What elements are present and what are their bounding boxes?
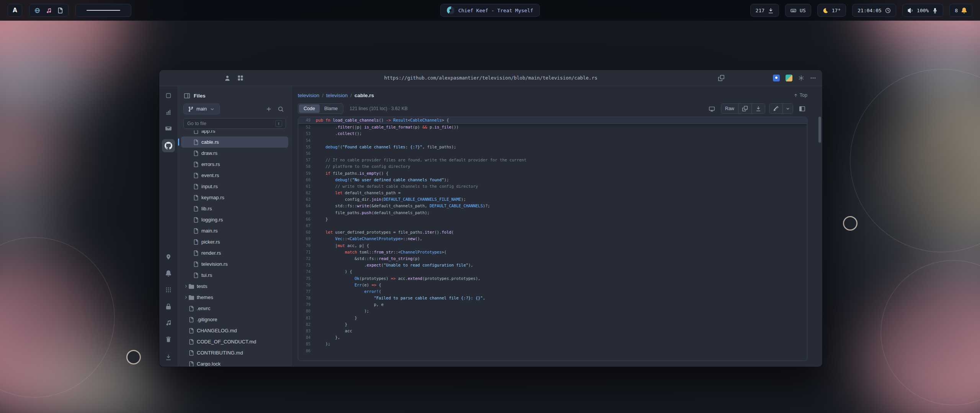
line-number[interactable]: 86 (298, 348, 316, 354)
line-number[interactable]: 63 (298, 196, 316, 203)
open-display-button[interactable] (707, 104, 717, 114)
tree-file-app.rs[interactable]: app.rs (181, 130, 288, 137)
tree-file-event.rs[interactable]: event.rs (181, 170, 288, 181)
line-number[interactable]: 68 (298, 229, 316, 236)
line-number[interactable]: 79 (298, 301, 316, 308)
line-number[interactable]: 52 (298, 124, 316, 130)
tree-folder-themes[interactable]: themes (181, 292, 288, 303)
tab-music[interactable] (163, 317, 174, 328)
media-widget[interactable]: Chief Keef - Treat Myself (440, 4, 540, 17)
tree-file-main.rs[interactable]: main.rs (181, 225, 288, 236)
workspace-browser-icon[interactable] (34, 8, 40, 13)
tree-file-picker.rs[interactable]: picker.rs (181, 236, 288, 247)
line-number[interactable]: 83 (298, 328, 316, 334)
tab-notifications[interactable] (163, 268, 174, 279)
tab-blame[interactable]: Blame (320, 104, 342, 113)
tree-file-draw.rs[interactable]: draw.rs (181, 148, 288, 159)
workspace-files-icon[interactable] (57, 8, 63, 13)
line-number[interactable]: 62 (298, 190, 316, 196)
page-scrollbar[interactable] (817, 86, 822, 366)
tree-file-Cargo.lock[interactable]: Cargo.lock (181, 358, 288, 366)
audio-widget[interactable]: 100% (902, 4, 943, 17)
extension-teal-icon[interactable] (786, 75, 792, 81)
tree-file-television.rs[interactable]: television.rs (181, 259, 288, 270)
line-number[interactable]: 71 (298, 249, 316, 255)
raw-button[interactable]: Raw (721, 104, 738, 114)
tab-apps[interactable] (163, 284, 174, 296)
line-number[interactable]: 53 (298, 130, 316, 137)
line-number[interactable]: 66 (298, 216, 316, 223)
breadcrumb-dir[interactable]: television (326, 93, 348, 98)
line-number[interactable]: 55 (298, 144, 316, 150)
tab-mail[interactable] (163, 123, 174, 134)
line-number[interactable]: 60 (298, 177, 316, 183)
tree-file-lib.rs[interactable]: lib.rs (181, 203, 288, 214)
line-number[interactable]: 57 (298, 157, 316, 163)
edit-dropdown-button[interactable] (782, 104, 793, 114)
breadcrumb-repo[interactable]: television (298, 93, 319, 98)
tab-box[interactable] (163, 90, 174, 101)
line-number[interactable]: 54 (298, 137, 316, 144)
tree-file-cable.rs[interactable]: cable.rs (181, 137, 288, 148)
collapse-tree-icon[interactable] (184, 93, 190, 99)
network-widget[interactable]: 217 (750, 4, 779, 17)
symbols-panel-button[interactable] (797, 104, 807, 114)
copy-tab-icon[interactable] (718, 75, 724, 81)
tree-file-input.rs[interactable]: input.rs (181, 181, 288, 192)
line-number[interactable]: 76 (298, 282, 316, 288)
line-number[interactable]: 65 (298, 210, 316, 216)
tree-file-errors.rs[interactable]: errors.rs (181, 159, 288, 170)
weather-widget[interactable]: 17° (817, 4, 846, 17)
keyboard-layout-widget[interactable]: US (785, 4, 811, 17)
line-number[interactable]: 85 (298, 341, 316, 347)
line-number[interactable]: 82 (298, 321, 316, 328)
line-number[interactable]: 80 (298, 308, 316, 314)
tree-file-CHANGELOG.md[interactable]: CHANGELOG.md (181, 325, 288, 336)
tab-location[interactable] (163, 251, 174, 263)
line-number[interactable]: 74 (298, 268, 316, 275)
tree-file-CONTRIBUTING.md[interactable]: CONTRIBUTING.md (181, 347, 288, 358)
tab-activity[interactable] (163, 106, 174, 118)
line-number[interactable]: 84 (298, 334, 316, 341)
workspace-widget[interactable] (29, 4, 69, 17)
downloads-button[interactable] (165, 354, 172, 362)
snowflake-icon[interactable] (798, 75, 804, 81)
more-menu-icon[interactable] (810, 75, 816, 81)
line-number[interactable]: 61 (298, 183, 316, 190)
line-number[interactable]: 73 (298, 262, 316, 268)
line-number[interactable]: 70 (298, 242, 316, 249)
tree-file-.gitignore[interactable]: .gitignore (181, 314, 288, 325)
tab-trash[interactable] (163, 333, 174, 345)
line-number[interactable]: 72 (298, 255, 316, 262)
tab-code[interactable]: Code (299, 104, 320, 113)
back-to-top-link[interactable]: Top (794, 93, 807, 98)
scrollbar-thumb[interactable] (818, 117, 821, 143)
apps-icon[interactable] (237, 75, 243, 81)
tree-file-render.rs[interactable]: render.rs (181, 247, 288, 259)
extension-blue-icon[interactable] (773, 75, 780, 81)
tree-file-tui.rs[interactable]: tui.rs (181, 270, 288, 281)
tree-file-CODE_OF_CONDUCT.md[interactable]: CODE_OF_CONDUCT.md (181, 336, 288, 347)
copy-raw-button[interactable] (738, 104, 751, 114)
launcher-button[interactable]: A (8, 4, 22, 17)
tree-file-keymap.rs[interactable]: keymap.rs (181, 192, 288, 203)
tree-file-logging.rs[interactable]: logging.rs (181, 214, 288, 225)
line-number[interactable]: 81 (298, 315, 316, 321)
line-number[interactable]: 64 (298, 203, 316, 209)
profile-icon[interactable] (224, 75, 230, 81)
download-raw-button[interactable] (751, 104, 765, 114)
tree-file-.envrc[interactable]: .envrc (181, 303, 288, 314)
line-number[interactable]: 67 (298, 223, 316, 229)
line-number[interactable]: 77 (298, 288, 316, 295)
line-number[interactable]: 49 (298, 117, 316, 124)
clock-widget[interactable]: 21:04:05 (852, 4, 896, 17)
tree-folder-tests[interactable]: tests (181, 281, 288, 292)
tab-github[interactable] (162, 139, 175, 152)
line-number[interactable]: 78 (298, 295, 316, 301)
line-number[interactable]: 56 (298, 150, 316, 157)
line-number[interactable]: 59 (298, 170, 316, 177)
workspace-music-icon[interactable] (46, 8, 52, 13)
branch-selector[interactable]: main (183, 104, 220, 114)
goto-file-input[interactable]: Go to file t (183, 118, 286, 129)
notifications-widget[interactable]: 8 (949, 4, 972, 17)
